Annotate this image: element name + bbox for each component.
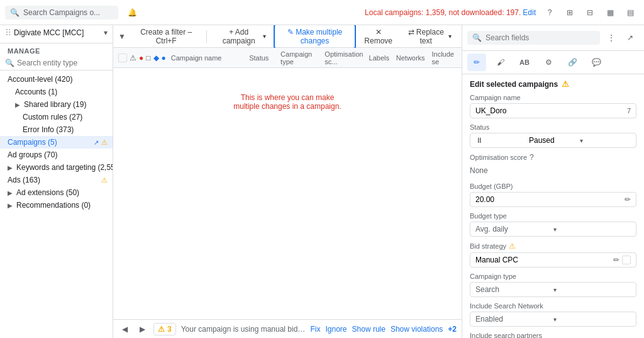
left-sidebar: ⠿ Digivate MCC [MCC] ▾ MANAGE 🔍 ⋮ Accoun… xyxy=(0,25,113,338)
local-campaigns-notice: Local campaigns: 1,359, not downloaded: … xyxy=(365,8,536,17)
tab-text[interactable]: AB xyxy=(515,54,534,71)
mcc-item[interactable]: ⠿ Digivate MCC [MCC] ▾ xyxy=(0,25,113,40)
remove-button[interactable]: ✕ Remove xyxy=(358,25,398,48)
top-bar: 🔍 Search Campaigns o... 🔔 Local campaign… xyxy=(0,0,644,25)
right-panel: 🔍 ⋮ ↗ ✏ 🖌 AB ⚙ 🔗 💬 Edit selected campaig… xyxy=(462,25,644,338)
field-label-campaign-name: Campaign name xyxy=(470,94,636,101)
field-bid-strategy: Bid strategy ⚠ Manual CPC ✏ xyxy=(470,242,636,268)
bid-strategy-edit-icon[interactable]: ✏ xyxy=(613,256,619,264)
add-campaign-chevron: ▾ xyxy=(263,33,266,40)
field-optimisation-score: Optimisation score ? None xyxy=(470,153,636,177)
sidebar-item-custom-rules[interactable]: Custom rules (27) xyxy=(0,111,113,123)
field-status: Status ⏸ Paused ▾ xyxy=(470,123,636,148)
bid-strategy-value: Manual CPC xyxy=(475,256,611,264)
sidebar-item-ads[interactable]: Ads (163) ⚠ xyxy=(0,174,113,186)
budget-edit-icon[interactable]: ✏ xyxy=(625,195,631,204)
right-more-icon[interactable]: ⋮ xyxy=(602,29,620,47)
tab-pencil[interactable]: ✏ xyxy=(467,54,486,71)
sidebar-item-ad-extensions[interactable]: ▶ Ad extensions (50) xyxy=(0,186,113,199)
filter-button[interactable]: Create a filter – Ctrl+F xyxy=(131,25,202,48)
right-panel-content: Edit selected campaigns ⚠ Campaign name … xyxy=(462,74,644,338)
search-campaigns[interactable]: 🔍 Search Campaigns o... xyxy=(5,6,118,20)
right-panel-tabs: ✏ 🖌 AB ⚙ 🔗 💬 xyxy=(462,51,644,74)
select-all-checkbox[interactable] xyxy=(118,54,127,62)
sidebar-item-keywords[interactable]: ▶ Keywords and targeting (2,552) xyxy=(0,161,113,174)
field-select-budget-type[interactable]: Avg. daily ▾ xyxy=(470,222,636,237)
status-value: Paused xyxy=(529,136,580,145)
sidebar-item-error-info[interactable]: Error Info (373) xyxy=(0,123,113,136)
notifications-icon[interactable]: 🔔 xyxy=(123,4,141,21)
budget-input[interactable] xyxy=(475,195,622,204)
bid-strategy-checkbox[interactable] xyxy=(622,256,631,264)
right-search-input[interactable] xyxy=(486,33,595,42)
field-select-campaign-type[interactable]: Search ▾ xyxy=(470,282,636,297)
drag-icon: ⠿ xyxy=(5,28,11,38)
optimisation-help-icon[interactable]: ? xyxy=(530,153,534,162)
right-open-icon[interactable]: ↗ xyxy=(621,29,639,47)
field-label-campaign-type: Campaign type xyxy=(470,273,636,280)
sidebar-search-input[interactable] xyxy=(17,59,111,67)
col-networks[interactable]: Networks xyxy=(394,54,430,62)
edit-link[interactable]: Edit xyxy=(523,8,536,17)
show-violations-link[interactable]: Show violations xyxy=(391,325,443,334)
error-col-icon: ● xyxy=(139,54,143,62)
replace-text-button[interactable]: ⇄ Replace text ▾ xyxy=(401,25,457,48)
scroll-right-icon[interactable]: ▶ xyxy=(136,323,148,335)
help-text-line1: This is where you can make xyxy=(126,93,449,102)
optimisation-value: None xyxy=(470,164,636,177)
filter-label: Create a filter – Ctrl+F xyxy=(136,28,197,45)
toolbar: ▼ Create a filter – Ctrl+F + Add campaig… xyxy=(113,25,462,48)
sidebar-item-account-level[interactable]: Account-level (420) xyxy=(0,73,113,86)
diamond-col-icon: ◆ xyxy=(153,54,159,62)
grid-icon-3[interactable]: ▦ xyxy=(601,4,619,21)
toolbar-separator-1 xyxy=(206,30,207,43)
sidebar-item-accounts[interactable]: Accounts (1) xyxy=(0,86,113,98)
field-input-budget[interactable]: ✏ xyxy=(470,192,636,207)
ads-warning-icon: ⚠ xyxy=(101,176,108,184)
main-area: This is where you can make multiple chan… xyxy=(113,68,462,319)
field-label-budget: Budget (GBP) xyxy=(470,183,636,190)
make-multiple-button[interactable]: ✎ Make multiple changes xyxy=(274,25,356,49)
campaign-name-input[interactable] xyxy=(475,106,627,115)
plus-more[interactable]: +2 xyxy=(448,325,457,334)
field-input-bid-strategy[interactable]: Manual CPC ✏ xyxy=(470,252,636,268)
field-label-budget-type: Budget type xyxy=(470,212,636,220)
tab-chat[interactable]: 💬 xyxy=(587,54,606,71)
tab-settings[interactable]: ⚙ xyxy=(539,54,558,71)
status-icons-col: ⚠ ● □ ◆ ● xyxy=(127,54,169,62)
col-campaign-name[interactable]: Campaign name xyxy=(169,54,247,62)
bottom-bar: ◀ ▶ ⚠ 3 Your campaign is using manual bi… xyxy=(113,319,462,338)
sidebar-search-icon: 🔍 xyxy=(5,59,14,67)
ignore-link[interactable]: Ignore xyxy=(326,325,347,334)
col-optimisation[interactable]: Optimisation sc... xyxy=(322,50,366,65)
scroll-left-icon[interactable]: ◀ xyxy=(118,323,131,335)
field-campaign-name: Campaign name 7 xyxy=(470,94,636,118)
main-layout: ⠿ Digivate MCC [MCC] ▾ MANAGE 🔍 ⋮ Accoun… xyxy=(0,25,644,338)
sidebar-item-shared-library[interactable]: ▶ Shared library (19) xyxy=(0,98,113,111)
grid-icon-2[interactable]: ⊟ xyxy=(581,4,599,21)
panel-title: Edit selected campaigns ⚠ xyxy=(470,79,636,89)
col-include[interactable]: Include se xyxy=(430,50,457,65)
col-status[interactable]: Status xyxy=(247,54,278,62)
tab-link[interactable]: 🔗 xyxy=(563,54,582,71)
add-campaign-button[interactable]: + Add campaign ▾ xyxy=(212,25,271,48)
help-text: This is where you can make multiple chan… xyxy=(113,68,462,136)
right-search: 🔍 xyxy=(467,31,600,45)
col-campaign-type[interactable]: Campaign type xyxy=(278,50,322,65)
external-link-icon: ↗ xyxy=(94,139,99,146)
bottom-warning-text: Your campaign is using manual bidding. U… xyxy=(181,325,306,334)
tab-paint[interactable]: 🖌 xyxy=(491,54,510,71)
field-input-campaign-name[interactable]: 7 xyxy=(470,103,636,118)
sidebar-item-campaigns[interactable]: Campaigns (5) ↗ ⚠ xyxy=(0,136,113,149)
grid-icon-1[interactable]: ⊞ xyxy=(561,4,579,21)
field-select-status[interactable]: ⏸ Paused ▾ xyxy=(470,133,636,148)
table-icon[interactable]: ▤ xyxy=(621,4,639,21)
show-rule-link[interactable]: Show rule xyxy=(352,325,386,334)
help-icon[interactable]: ? xyxy=(541,4,558,21)
sidebar-item-ad-groups[interactable]: Ad groups (70) xyxy=(0,149,113,161)
field-select-include-search[interactable]: Enabled ▾ xyxy=(470,312,636,327)
col-labels[interactable]: Labels xyxy=(367,54,394,62)
sidebar-item-recommendations[interactable]: ▶ Recommendations (0) xyxy=(0,199,113,211)
sidebar-tree: Account-level (420) Accounts (1) ▶ Share… xyxy=(0,70,113,338)
fix-link[interactable]: Fix xyxy=(311,325,321,334)
